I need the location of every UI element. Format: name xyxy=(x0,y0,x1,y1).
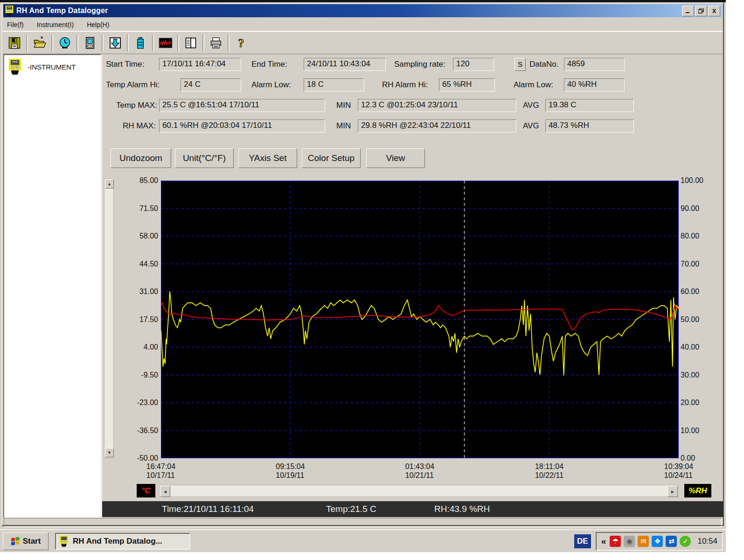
y-tick: 50.00 xyxy=(681,315,720,323)
temp-alarm-low-label: Alarm Low: xyxy=(251,80,291,90)
end-time-value: 24/10/11 10:43:04 xyxy=(304,58,386,71)
y-tick: 70.00 xyxy=(681,259,720,268)
y-tick: 60.00 xyxy=(681,287,720,296)
sampling-rate-label: Sampling rate: xyxy=(394,60,445,69)
chart-canvas xyxy=(161,181,679,458)
rh-avg-label: AVG xyxy=(523,121,539,131)
tree-item-instrument[interactable]: -INSTRUMENT xyxy=(4,55,100,75)
cursor-time: Time:21/10/11 16:11:04 xyxy=(162,504,254,514)
title-bar[interactable]: RH And Temp Datalogger X xyxy=(3,4,722,17)
minimize-button[interactable] xyxy=(682,6,694,16)
sync-check-icon[interactable]: ✓ xyxy=(680,536,691,547)
app-icon xyxy=(5,6,14,16)
sampling-rate-value: 120 xyxy=(453,58,494,71)
y-tick: 40.00 xyxy=(681,343,720,351)
volume-icon[interactable]: ◉ xyxy=(624,536,635,547)
toolbar-separator xyxy=(177,35,179,51)
start-button[interactable]: Start xyxy=(3,532,49,550)
temp-max-value: 25.5 C @16:51:04 17/10/11 xyxy=(159,99,325,112)
print-button[interactable] xyxy=(206,34,226,52)
toolbar-separator xyxy=(51,35,53,51)
unit-button[interactable]: Unit(°C/°F) xyxy=(175,148,234,168)
help-button[interactable]: ? xyxy=(231,34,251,52)
save-button[interactable] xyxy=(4,34,25,52)
cursor-rh: RH:43.9 %RH xyxy=(434,504,490,514)
view-button[interactable]: View xyxy=(366,148,425,168)
device-setup-button[interactable] xyxy=(80,34,100,52)
waveform-button[interactable] xyxy=(155,34,176,52)
help-icon: ? xyxy=(235,36,248,49)
rh-alarm-hi-value: 65 %RH xyxy=(439,78,495,91)
menu-file[interactable]: File(f) xyxy=(7,21,24,28)
y-tick: 80.00 xyxy=(681,232,720,240)
close-button[interactable]: X xyxy=(708,6,720,16)
y-tick: 4.00 xyxy=(115,343,158,351)
y-tick: 10.00 xyxy=(681,426,720,434)
start-label: Start xyxy=(23,537,41,546)
restore-button[interactable] xyxy=(695,6,707,16)
report-button[interactable] xyxy=(181,34,201,52)
temp-max-label: Temp MAX: xyxy=(116,101,157,110)
clock-button[interactable] xyxy=(55,34,75,52)
x-tick: 01:43:0410/21/11 xyxy=(405,462,434,480)
desktop: RH And Temp Datalogger X File(f) Instrum… xyxy=(0,0,726,552)
end-time-label: End Time: xyxy=(251,60,287,69)
rh-min-label: MIN xyxy=(336,121,351,131)
rh-max-label: RH MAX: xyxy=(123,121,156,131)
toolbar-separator xyxy=(152,35,154,51)
temp-unit-label: °C xyxy=(141,486,150,496)
y-tick: 31.00 xyxy=(115,287,158,296)
download-data-button[interactable] xyxy=(105,34,125,52)
tray-expand-icon[interactable]: « xyxy=(601,536,606,546)
taskbar-task-button[interactable]: RH And Temp Datalog... xyxy=(55,533,190,550)
toolbar-separator xyxy=(127,35,129,51)
toolbar-separator xyxy=(228,35,229,51)
window-title: RH And Temp Datalogger xyxy=(16,7,681,15)
y-tick: 0.00 xyxy=(681,454,720,462)
battery-button[interactable] xyxy=(130,34,151,52)
scroll-down-icon[interactable]: ▼ xyxy=(105,448,114,457)
open-button[interactable] xyxy=(29,34,50,52)
instrument-icon xyxy=(60,536,68,547)
start-time-label: Start Time: xyxy=(106,60,144,69)
y-tick: -50.00 xyxy=(115,454,158,462)
teamviewer-icon[interactable]: ⇄ xyxy=(666,536,677,547)
color-setup-button[interactable]: Color Setup xyxy=(302,148,361,168)
dropbox-icon[interactable]: ❖ xyxy=(652,536,663,547)
antivirus-icon[interactable]: ☂ xyxy=(610,536,621,547)
horizontal-scrollbar[interactable]: ◄ ► xyxy=(159,485,679,497)
mail-icon[interactable]: ✉ xyxy=(638,536,649,547)
scroll-right-icon[interactable]: ► xyxy=(668,486,678,497)
chart-plot-area[interactable] xyxy=(161,181,679,458)
undozoom-button[interactable]: Undozoom xyxy=(111,148,171,168)
cursor-readout-bar: Time:21/10/11 16:11:04 Temp:21.5 C RH:43… xyxy=(102,501,723,517)
y-tick: 20.00 xyxy=(681,399,720,407)
temp-min-value: 12.3 C @01:25:04 23/10/11 xyxy=(358,99,516,112)
clock-icon xyxy=(58,36,71,49)
y-tick: 44.50 xyxy=(115,259,158,268)
left-vertical-scrollbar[interactable]: ▲ ▼ xyxy=(104,178,114,458)
yaxis-set-button[interactable]: YAxis Set xyxy=(238,148,297,168)
rh-max-value: 60.1 %RH @20:03:04 17/10/11 xyxy=(159,119,325,133)
y-tick: 30.00 xyxy=(681,371,720,379)
scroll-up-icon[interactable]: ▲ xyxy=(105,179,114,189)
menu-instrument[interactable]: Instrument(I) xyxy=(37,21,74,28)
temp-alarm-hi-label: Temp Alarm Hi: xyxy=(106,80,160,90)
system-tray: « ☂ ◉ ✉ ❖ ⇄ ✓ 10:54 xyxy=(596,532,723,551)
menu-help[interactable]: Help(H) xyxy=(87,21,109,28)
svg-text:?: ? xyxy=(238,36,244,49)
instrument-icon xyxy=(9,59,21,75)
data-no-value: 4859 xyxy=(564,58,625,71)
cursor-temp: Temp:21.5 C xyxy=(326,504,376,514)
temp-avg-label: AVG xyxy=(523,101,539,110)
scroll-left-icon[interactable]: ◄ xyxy=(160,486,170,497)
open-icon xyxy=(33,36,46,49)
menu-bar: File(f) Instrument(I) Help(H) xyxy=(2,18,723,31)
taskbar: Start RH And Temp Datalog... DE « ☂ ◉ ✉ … xyxy=(0,529,726,552)
instrument-tree: -INSTRUMENT xyxy=(3,54,101,518)
language-indicator[interactable]: DE xyxy=(574,534,591,548)
s-button[interactable]: S xyxy=(515,58,526,71)
data-no-label: DataNo. xyxy=(529,60,558,69)
rh-unit-badge: %RH xyxy=(684,484,711,497)
temp-unit-badge: °C xyxy=(137,484,155,497)
